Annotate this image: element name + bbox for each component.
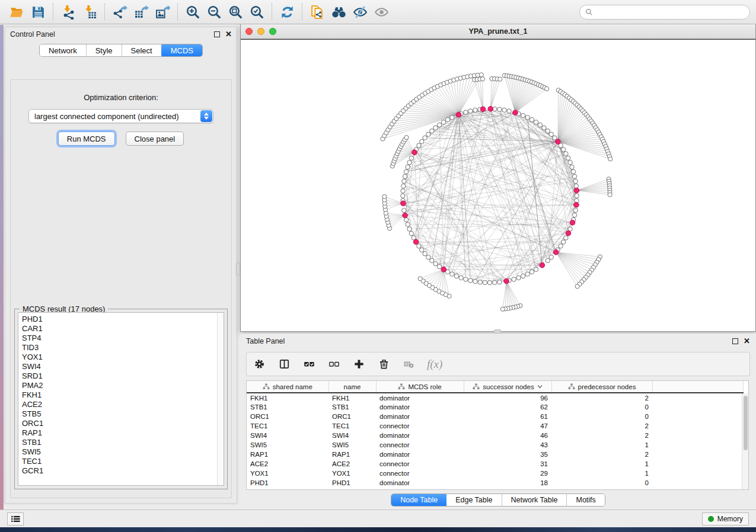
mcds-result-item[interactable]: SRD1	[22, 371, 224, 381]
close-panel-button[interactable]: Close panel	[126, 132, 184, 146]
graph-node[interactable]	[404, 169, 408, 174]
table-cell[interactable]: SWI5	[247, 440, 328, 450]
table-row[interactable]: PHD1PHD1dominator180	[247, 478, 743, 488]
mcds-list-scrollbar[interactable]	[217, 313, 224, 485]
graph-node[interactable]	[401, 189, 405, 193]
table-scrollbar[interactable]	[742, 393, 748, 489]
graph-node[interactable]	[468, 109, 473, 113]
graph-node[interactable]	[401, 194, 405, 198]
table-cell[interactable]: YOX1	[328, 469, 376, 478]
graph-leaf-node[interactable]	[500, 307, 505, 311]
graph-node[interactable]	[450, 272, 454, 276]
graph-node[interactable]	[417, 143, 421, 148]
graph-mcds-hub-node[interactable]	[480, 107, 486, 112]
graph-node[interactable]	[430, 129, 434, 133]
graph-node[interactable]	[464, 277, 468, 281]
table-cell[interactable]: dominator	[376, 450, 464, 459]
table-cell[interactable]: SWI4	[247, 431, 328, 440]
mcds-result-item[interactable]: GCR1	[22, 466, 224, 476]
table-cell[interactable]: STB1	[328, 402, 376, 412]
graph-mcds-hub-node[interactable]	[566, 230, 571, 236]
graph-leaf-node[interactable]	[608, 157, 613, 161]
mcds-result-item[interactable]: TID3	[22, 343, 224, 352]
tab-node-table[interactable]: Node Table	[391, 493, 447, 507]
graph-node[interactable]	[423, 136, 427, 140]
graph-node[interactable]	[450, 116, 454, 120]
graph-node[interactable]	[575, 194, 579, 198]
table-cell[interactable]: ACE2	[328, 459, 376, 469]
table-cell[interactable]: dominator	[376, 431, 464, 440]
table-cell[interactable]: RAP1	[328, 450, 376, 459]
table-cell[interactable]: connector	[376, 440, 464, 450]
table-cell[interactable]: 1	[551, 459, 652, 469]
graph-leaf-node[interactable]	[382, 194, 387, 198]
table-row[interactable]: YOX1YOX1connector291	[247, 469, 743, 478]
table-row[interactable]: ACE2ACE2connector311	[247, 459, 743, 469]
graph-node[interactable]	[406, 165, 410, 169]
table-cell[interactable]: dominator	[376, 402, 464, 412]
close-panel-icon[interactable]: ✕	[225, 31, 232, 37]
graph-node[interactable]	[502, 108, 506, 112]
graph-node[interactable]	[441, 120, 445, 124]
tab-network[interactable]: Network	[40, 44, 87, 56]
graph-node[interactable]	[423, 252, 427, 256]
graph-node[interactable]	[564, 152, 568, 156]
graph-node[interactable]	[493, 280, 497, 284]
graph-node[interactable]	[566, 156, 570, 160]
graph-node[interactable]	[562, 148, 566, 152]
open-session-button[interactable]	[6, 2, 27, 22]
graph-node[interactable]	[468, 278, 473, 283]
table-cell[interactable]: connector	[376, 469, 464, 478]
mcds-result-list[interactable]: PHD1CAR1STP4TID3YOX1SWI4SRD1PMA2FKH1ACE2…	[18, 312, 224, 486]
table-row[interactable]: SWI4SWI4dominator462	[247, 431, 743, 440]
graph-node[interactable]	[478, 280, 482, 284]
table-cell[interactable]: ORC1	[247, 412, 328, 421]
graph-mcds-hub-node[interactable]	[441, 267, 446, 273]
graph-node[interactable]	[573, 208, 578, 212]
graph-node[interactable]	[549, 132, 553, 136]
graph-mcds-hub-node[interactable]	[540, 262, 545, 268]
column-header-mcds-role[interactable]: MCDS role	[376, 381, 464, 393]
graph-node[interactable]	[401, 184, 406, 188]
show-column-button[interactable]	[277, 358, 291, 371]
graph-leaf-node[interactable]	[418, 277, 422, 281]
table-cell[interactable]: dominator	[376, 412, 464, 421]
export-network-button[interactable]	[109, 2, 130, 22]
graph-mcds-hub-node[interactable]	[574, 188, 579, 193]
table-cell[interactable]: SWI5	[328, 440, 376, 450]
tab-mcds[interactable]: MCDS	[161, 44, 203, 57]
graph-node[interactable]	[409, 231, 413, 235]
graph-node[interactable]	[430, 258, 434, 262]
save-session-button[interactable]	[27, 2, 49, 22]
network-canvas[interactable]	[241, 39, 755, 331]
graph-node[interactable]	[409, 156, 413, 160]
graph-node[interactable]	[445, 117, 449, 121]
graph-node[interactable]	[525, 272, 529, 276]
graph-mcds-hub-node[interactable]	[413, 239, 419, 245]
deselect-all-rows-button[interactable]	[327, 358, 340, 371]
table-cell[interactable]: 0	[551, 412, 652, 421]
mcds-result-item[interactable]: ACE2	[22, 400, 224, 409]
table-cell[interactable]: PHD1	[247, 478, 328, 488]
table-cell[interactable]: dominator	[376, 478, 464, 488]
float-table-panel-icon[interactable]	[732, 338, 738, 344]
graph-node[interactable]	[521, 113, 525, 117]
table-cell[interactable]: STB1	[247, 402, 328, 412]
graph-leaf-node[interactable]	[608, 193, 612, 197]
table-cell[interactable]: 46	[464, 431, 551, 440]
network-window-titlebar[interactable]: YPA_prune.txt_1	[241, 24, 755, 39]
mcds-result-item[interactable]: CAR1	[22, 324, 224, 334]
table-cell[interactable]: connector	[376, 421, 464, 431]
table-cell[interactable]: 0	[551, 402, 652, 412]
tab-network-table[interactable]: Network Table	[502, 494, 567, 506]
table-cell[interactable]: 2	[551, 421, 652, 431]
mcds-result-item[interactable]: TEC1	[22, 457, 224, 466]
graph-node[interactable]	[464, 110, 468, 114]
graph-node[interactable]	[507, 109, 511, 113]
table-cell[interactable]: 2	[551, 393, 652, 402]
horizontal-splitter-handle[interactable]	[494, 329, 501, 334]
memory-button[interactable]: Memory	[702, 512, 749, 525]
table-cell[interactable]: RAP1	[247, 450, 328, 459]
graph-node[interactable]	[529, 270, 534, 274]
close-table-panel-icon[interactable]: ✕	[744, 338, 750, 344]
